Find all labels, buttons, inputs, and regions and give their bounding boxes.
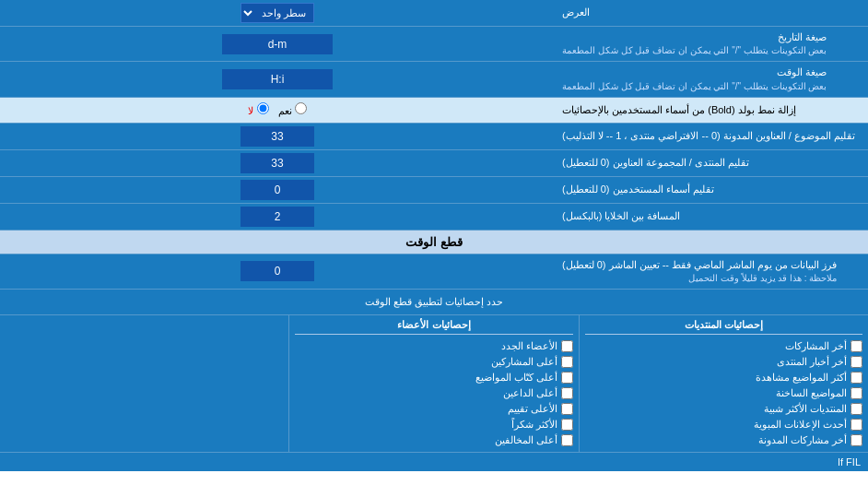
- stats-members-header: إحصائيات الأعضاء: [295, 319, 572, 335]
- stats-members-item-1: أعلى المشاركين: [295, 354, 572, 370]
- stats-members-col: إحصائيات الأعضاء الأعضاء الجدد أعلى المش…: [288, 315, 578, 452]
- stats-forums-check-2[interactable]: [850, 372, 862, 384]
- stats-members-item-6: أعلى المخالفين: [295, 432, 572, 448]
- cell-spacing-label: المسافة بين الخلايا (بالبكسل): [555, 204, 868, 230]
- stats-forums-check-3[interactable]: [850, 387, 862, 399]
- date-format-label: صيغة التاريخ بعض التكوينات يتطلب "/" الت…: [555, 27, 868, 61]
- bold-remove-row: إزالة نمط بولد (Bold) من أسماء المستخدمي…: [0, 98, 868, 124]
- date-format-input[interactable]: [222, 34, 333, 54]
- stats-forums-item-5: أحدث الإعلانات المبوية: [585, 417, 862, 432]
- stats-members-check-0[interactable]: [561, 340, 573, 352]
- stats-forums-check-6[interactable]: [850, 434, 862, 446]
- username-trim-input-cell: [0, 177, 555, 203]
- page-wrapper: العرض سطر واحد سطرين ثلاثة أسطر صيغة الت…: [0, 0, 868, 471]
- username-trim-input[interactable]: [240, 180, 314, 200]
- stats-forums-check-1[interactable]: [850, 356, 862, 368]
- forum-padding-input-cell: [0, 150, 555, 176]
- username-trim-row: تقليم أسماء المستخدمين (0 للتعطيل): [0, 177, 868, 204]
- stats-members-check-2[interactable]: [561, 372, 573, 384]
- time-format-input[interactable]: [222, 69, 333, 89]
- date-format-input-cell: [0, 27, 555, 61]
- date-format-row: صيغة التاريخ بعض التكوينات يتطلب "/" الت…: [0, 27, 868, 62]
- bold-yes-label[interactable]: نعم: [278, 102, 307, 117]
- stats-limit-label: حدد إحصائيات لتطبيق قطع الوقت: [0, 290, 868, 314]
- stats-forums-item-4: المنتديات الأكثر شبية: [585, 401, 862, 417]
- time-format-row: صيغة الوقت بعض التكوينات يتطلب "/" التي …: [0, 62, 868, 97]
- stats-members-item-5: الأكثر شكراً: [295, 417, 572, 432]
- stats-members-check-6[interactable]: [561, 434, 573, 446]
- forum-padding-label: تقليم المنتدى / المجموعة العناوين (0 للت…: [555, 150, 868, 176]
- stats-members-item-0: الأعضاء الجدد: [295, 338, 572, 354]
- time-format-label: صيغة الوقت بعض التكوينات يتطلب "/" التي …: [555, 62, 868, 96]
- stats-members-check-1[interactable]: [561, 356, 573, 368]
- stats-members-item-2: أعلى كتّاب المواضيع: [295, 370, 572, 385]
- cutoff-days-input-cell: [0, 254, 555, 289]
- title-padding-label: تقليم الموضوع / العناوين المدونة (0 -- ا…: [555, 124, 868, 149]
- time-format-input-cell: [0, 62, 555, 96]
- bold-no-label[interactable]: لا: [248, 102, 268, 117]
- cell-spacing-row: المسافة بين الخلايا (بالبكسل): [0, 204, 868, 231]
- stats-forums-item-6: أخر مشاركات المدونة: [585, 432, 862, 448]
- bottom-text: If FIL: [0, 452, 868, 471]
- stats-forums-item-2: أكثر المواضيع مشاهدة: [585, 370, 862, 385]
- stats-members-item-4: الأعلى تقييم: [295, 401, 572, 417]
- stats-container: إحصائيات المنتديات أخر المشاركات أخر أخب…: [0, 315, 868, 452]
- cutoff-section-header: قطع الوقت: [0, 231, 868, 254]
- display-label: العرض: [555, 0, 868, 26]
- stats-forums-col: إحصائيات المنتديات أخر المشاركات أخر أخب…: [579, 315, 868, 452]
- top-row: العرض سطر واحد سطرين ثلاثة أسطر: [0, 0, 868, 27]
- stats-forums-item-3: المواضيع الساخنة: [585, 385, 862, 401]
- cell-spacing-input[interactable]: [240, 207, 314, 227]
- bold-radio-group: نعم لا: [248, 102, 306, 117]
- stats-forums-check-0[interactable]: [850, 340, 862, 352]
- title-padding-row: تقليم الموضوع / العناوين المدونة (0 -- ا…: [0, 124, 868, 150]
- stats-forums-header: إحصائيات المنتديات: [585, 319, 862, 335]
- stats-forums-check-4[interactable]: [850, 403, 862, 415]
- bold-yes-radio[interactable]: [295, 102, 307, 114]
- stats-forums-item-1: أخر أخبار المنتدى: [585, 354, 862, 370]
- top-dropdown-cell: سطر واحد سطرين ثلاثة أسطر: [0, 0, 555, 26]
- cell-spacing-input-cell: [0, 204, 555, 230]
- stats-limit-row: حدد إحصائيات لتطبيق قطع الوقت: [0, 290, 868, 315]
- forum-padding-input[interactable]: [240, 153, 314, 173]
- cutoff-days-label: فرز البيانات من يوم الماشر الماضي فقط --…: [555, 254, 868, 289]
- bold-remove-label: إزالة نمط بولد (Bold) من أسماء المستخدمي…: [555, 98, 868, 123]
- title-padding-input[interactable]: [240, 126, 314, 147]
- cutoff-days-input[interactable]: [240, 261, 314, 281]
- stats-forums-item-0: أخر المشاركات: [585, 338, 862, 354]
- username-trim-label: تقليم أسماء المستخدمين (0 للتعطيل): [555, 177, 868, 203]
- line-count-select[interactable]: سطر واحد سطرين ثلاثة أسطر: [240, 3, 314, 23]
- bold-radio-cell: نعم لا: [0, 98, 555, 123]
- stats-members-check-3[interactable]: [561, 387, 573, 399]
- stats-members-item-3: أعلى الداعين: [295, 385, 572, 401]
- stats-members-check-4[interactable]: [561, 403, 573, 415]
- title-padding-input-cell: [0, 124, 555, 149]
- stats-right-col: [0, 315, 288, 452]
- cutoff-days-row: فرز البيانات من يوم الماشر الماضي فقط --…: [0, 254, 868, 290]
- stats-members-check-5[interactable]: [561, 419, 573, 431]
- stats-forums-check-5[interactable]: [850, 419, 862, 431]
- bold-no-radio[interactable]: [257, 102, 269, 114]
- forum-padding-row: تقليم المنتدى / المجموعة العناوين (0 للت…: [0, 150, 868, 177]
